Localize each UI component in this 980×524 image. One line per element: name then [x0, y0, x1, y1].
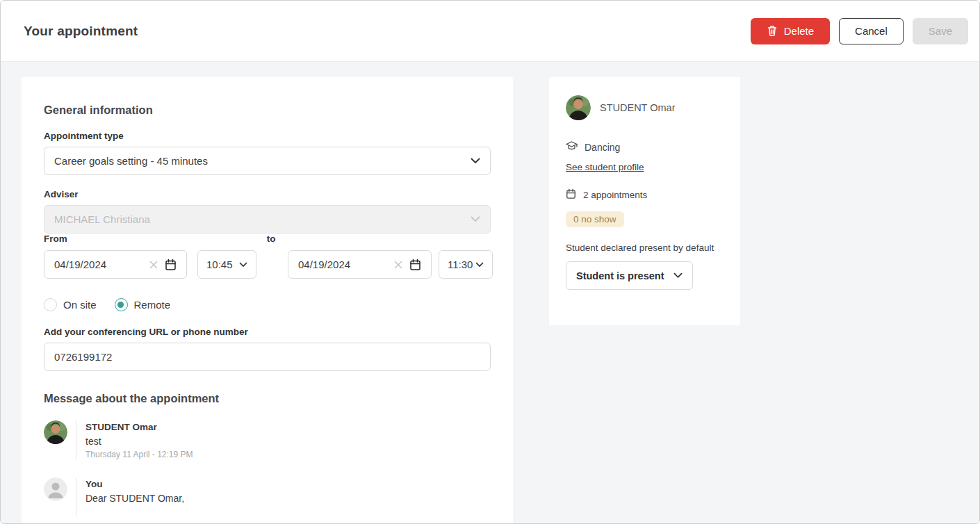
graduation-cap-icon	[566, 141, 578, 153]
general-information-heading: General information	[44, 104, 491, 117]
message-author: STUDENT Omar	[85, 422, 193, 432]
message-text: test	[85, 436, 193, 447]
message-author: You	[85, 479, 184, 489]
clear-icon[interactable]	[149, 261, 158, 269]
from-label: From	[44, 234, 67, 244]
to-group: 04/19/2024 11:30	[288, 250, 493, 279]
chevron-down-icon	[475, 262, 484, 268]
from-group: 04/19/2024 10:45	[44, 250, 256, 279]
chevron-down-icon	[471, 216, 480, 222]
conferencing-label: Add your conferencing URL or phone numbe…	[44, 327, 491, 337]
from-date-input[interactable]: 04/19/2024	[44, 250, 187, 279]
message-text: Dear STUDENT Omar,	[85, 493, 184, 504]
appointment-type-select[interactable]: Career goals setting - 45 minutes	[44, 147, 491, 175]
to-date-input[interactable]: 04/19/2024	[288, 250, 432, 279]
to-time-select[interactable]: 11:30	[439, 250, 493, 279]
from-time-select[interactable]: 10:45	[197, 250, 256, 279]
message-body: STUDENT Omar test Thursday 11 April - 12…	[76, 420, 193, 459]
message-item: STUDENT Omar test Thursday 11 April - 12…	[44, 420, 491, 459]
from-date-value: 04/19/2024	[54, 259, 149, 270]
header: Your appointment Delete Cancel Save	[1, 1, 979, 62]
calendar-icon[interactable]	[409, 259, 421, 271]
radio-circle-icon	[44, 298, 57, 311]
datetime-row: 04/19/2024 10:45	[44, 250, 491, 279]
chevron-down-icon	[239, 262, 247, 268]
chevron-down-icon	[673, 272, 683, 279]
radio-on-site-label: On site	[63, 299, 97, 311]
appointment-type-label: Appointment type	[44, 131, 491, 141]
general-information-card: General information Appointment type Car…	[22, 77, 513, 523]
delete-button-label: Delete	[784, 25, 814, 37]
adviser-label: Adviser	[44, 189, 491, 199]
chevron-down-icon	[471, 158, 480, 164]
student-group-line: Dancing	[566, 141, 724, 153]
student-avatar	[566, 95, 591, 120]
message-item: You Dear STUDENT Omar,	[44, 477, 491, 516]
save-button-label: Save	[929, 25, 952, 37]
save-button[interactable]: Save	[913, 18, 968, 44]
page-title: Your appointment	[24, 24, 138, 39]
datetime-labels: From to	[44, 234, 491, 244]
radio-remote[interactable]: Remote	[115, 298, 171, 311]
delete-button[interactable]: Delete	[751, 18, 830, 44]
see-student-profile-link[interactable]: See student profile	[566, 162, 644, 172]
trash-icon	[767, 25, 778, 37]
message-timestamp: Thursday 11 April - 12:19 PM	[85, 450, 193, 459]
no-show-badge: 0 no show	[566, 211, 624, 227]
to-label: to	[267, 234, 276, 244]
from-time-value: 10:45	[206, 259, 233, 270]
presence-value: Student is present	[576, 270, 664, 281]
to-date-value: 04/19/2024	[298, 259, 394, 270]
adviser-value: MICHAEL Christiana	[54, 213, 471, 225]
radio-remote-label: Remote	[134, 299, 171, 311]
student-avatar	[44, 420, 67, 444]
conferencing-input[interactable]	[44, 343, 491, 371]
main-content: General information Appointment type Car…	[1, 62, 979, 523]
clear-icon[interactable]	[394, 261, 402, 269]
radio-on-site[interactable]: On site	[44, 298, 97, 311]
presence-label: Student declared present by default	[566, 243, 724, 253]
radio-circle-checked-icon	[115, 298, 128, 311]
student-card: STUDENT Omar Dancing See student profile	[549, 77, 740, 325]
student-name: STUDENT Omar	[600, 102, 676, 113]
calendar-icon	[566, 188, 576, 202]
presence-select[interactable]: Student is present	[566, 261, 693, 290]
to-time-value: 11:30	[448, 259, 473, 270]
cancel-button[interactable]: Cancel	[839, 18, 904, 44]
header-actions: Delete Cancel Save	[751, 18, 968, 44]
location-radio-group: On site Remote	[44, 298, 491, 311]
message-section-heading: Message about the appointment	[44, 392, 491, 405]
student-group: Dancing	[585, 142, 620, 153]
appointment-page: Your appointment Delete Cancel Save	[0, 0, 980, 524]
calendar-icon[interactable]	[165, 259, 177, 271]
appointments-count: 2 appointments	[583, 190, 647, 200]
appointment-type-value: Career goals setting - 45 minutes	[54, 155, 471, 167]
cancel-button-label: Cancel	[855, 25, 888, 37]
person-placeholder-icon	[44, 477, 67, 501]
message-body: You Dear STUDENT Omar,	[76, 477, 184, 516]
appointments-line: 2 appointments	[566, 188, 724, 202]
student-head: STUDENT Omar	[566, 95, 724, 120]
adviser-select: MICHAEL Christiana	[44, 205, 491, 234]
